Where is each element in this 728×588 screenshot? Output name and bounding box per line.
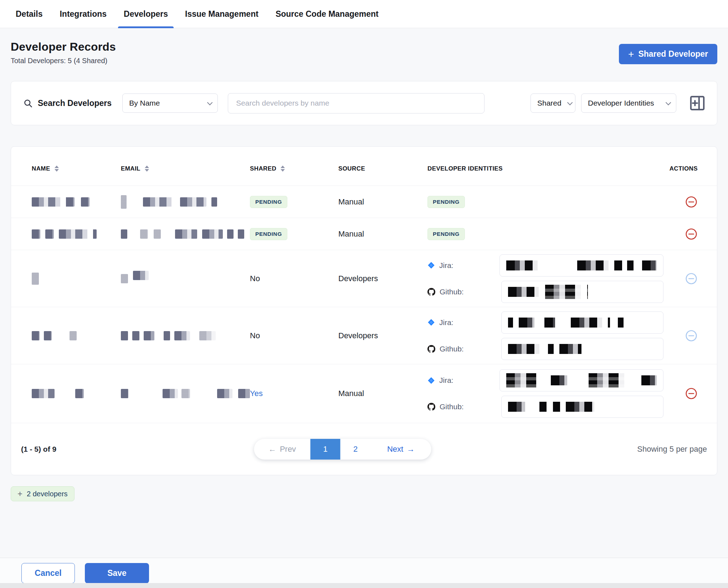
search-developers-label-text: Search Developers [38,98,112,108]
github-label: Github: [440,345,464,353]
pagination-next-button[interactable]: Next → [371,439,431,460]
shared-filter-select[interactable]: Shared [530,93,575,113]
shared-cell-yes[interactable]: Yes [250,389,263,398]
github-identity-input[interactable] [501,396,663,418]
jira-icon [427,262,435,269]
remove-circle-icon [685,228,698,240]
remove-developer-button-disabled[interactable] [685,272,698,285]
save-button[interactable]: Save [85,563,149,583]
top-tab-bar: Details Integrations Developers Issue Ma… [0,0,728,28]
tab-source-code-management[interactable]: Source Code Management [275,0,379,28]
developer-identities-filter-value: Developer Identities [588,99,654,107]
name-cell-redacted [32,229,121,239]
column-header-actions-label: ACTIONS [670,165,698,172]
pagination-row: (1 - 5) of 9 ← Prev 1 2 Next → Showing 5… [11,423,717,475]
jira-identity-input[interactable] [499,369,663,391]
remove-circle-icon [685,387,698,400]
bottom-strip [0,583,728,588]
remove-developer-button[interactable] [685,228,698,240]
name-cell-redacted [32,331,121,340]
column-header-email[interactable]: EMAIL [121,165,250,172]
added-developers-label: 2 developers [27,490,68,498]
column-header-name[interactable]: NAME [32,165,121,172]
search-by-select[interactable]: By Name [122,93,218,113]
arrow-right-icon: → [407,445,415,454]
pagination-prev-button[interactable]: ← Prev [254,439,311,460]
remove-developer-button[interactable] [685,196,698,208]
jira-identity-input[interactable] [499,254,663,277]
source-cell: Developers [338,331,427,340]
prev-label: Prev [280,445,296,454]
remove-developer-button[interactable] [685,387,698,400]
shared-status-badge: PENDING [250,228,287,240]
jira-identity-row: Jira: [427,369,663,391]
developer-identities-filter-select[interactable]: Developer Identities [581,93,676,113]
table-row: No Developers Jira: [11,307,717,364]
add-column-icon [690,95,705,111]
cancel-button[interactable]: Cancel [21,563,75,583]
remove-developer-button-disabled[interactable] [685,329,698,342]
remove-circle-icon [685,329,698,342]
search-developers-label: Search Developers [23,98,112,108]
added-developers-badge: + 2 developers [11,486,75,501]
email-cell-redacted [121,274,250,283]
arrow-left-icon: ← [268,445,276,454]
add-shared-developer-button[interactable]: + Shared Developer [619,44,717,64]
github-identity-row: Github: [427,281,663,303]
add-column-button[interactable] [690,95,705,111]
chevron-down-icon [666,100,671,105]
jira-label: Jira: [439,376,453,385]
name-cell-redacted [32,273,121,285]
identities-pending-badge: PENDING [427,228,465,240]
pagination-page-2[interactable]: 2 [340,439,371,460]
remove-circle-icon [685,272,698,285]
pagination-page-1[interactable]: 1 [311,439,340,460]
jira-identity-input[interactable] [501,311,663,334]
plus-icon: + [17,490,22,498]
footer-action-bar: Cancel Save [0,558,728,588]
shared-status-badge: PENDING [250,196,287,208]
github-label: Github: [440,288,464,296]
per-page-label: Showing 5 per page [637,445,707,454]
github-identity-row: Github: [427,396,663,418]
email-cell-redacted [121,331,250,340]
column-header-shared[interactable]: SHARED [250,165,338,172]
remove-circle-icon [685,196,698,208]
column-header-email-label: EMAIL [121,165,140,172]
next-label: Next [387,445,403,454]
page-header-text: Developer Records Total Developers: 5 (4… [11,40,116,65]
email-cell-redacted [121,229,250,239]
chevron-down-icon [567,100,573,105]
add-shared-developer-label: Shared Developer [638,49,708,59]
sort-icon[interactable] [145,166,149,172]
github-identity-row: Github: [427,338,663,360]
column-header-name-label: NAME [32,165,50,172]
sort-icon[interactable] [281,166,285,172]
jira-icon [427,377,435,384]
column-header-shared-label: SHARED [250,165,276,172]
pagination-range: (1 - 5) of 9 [21,445,56,453]
column-header-developer-identities: DEVELOPER IDENTITIES [427,165,663,172]
tab-integrations[interactable]: Integrations [59,0,107,28]
jira-label: Jira: [439,261,453,270]
source-cell: Developers [338,274,427,283]
source-cell: Manual [338,197,427,207]
sort-icon[interactable] [55,166,59,172]
tab-issue-management[interactable]: Issue Management [184,0,259,28]
identities-pending-badge: PENDING [427,196,465,208]
github-identity-input[interactable] [501,281,663,303]
table-row: PENDING Manual PENDING [11,186,717,218]
github-identity-input[interactable] [501,338,663,360]
search-input[interactable] [228,93,485,113]
column-header-actions: ACTIONS [663,165,698,172]
email-cell-redacted [121,389,250,398]
source-cell: Manual [338,229,427,239]
shared-cell: No [250,274,338,283]
tab-details[interactable]: Details [15,0,43,28]
plus-icon: + [628,49,634,59]
github-icon [427,288,435,296]
tab-developers[interactable]: Developers [123,0,169,28]
github-icon [427,403,435,411]
github-label: Github: [440,402,464,411]
jira-icon [427,319,435,326]
